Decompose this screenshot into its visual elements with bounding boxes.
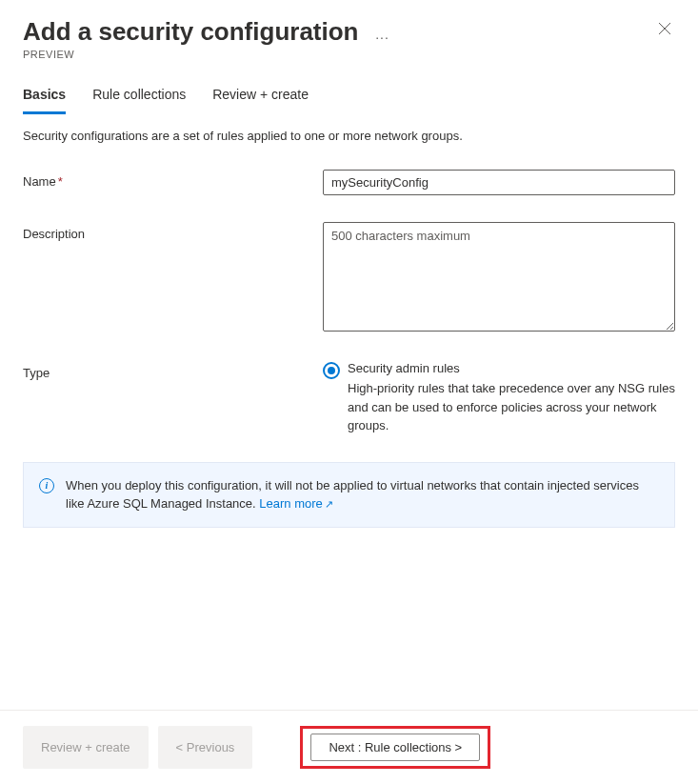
tab-review-create[interactable]: Review + create bbox=[212, 87, 309, 114]
name-input[interactable] bbox=[323, 170, 675, 195]
next-button[interactable]: Next : Rule collections > bbox=[310, 734, 480, 761]
info-icon: i bbox=[39, 478, 54, 493]
tab-basics[interactable]: Basics bbox=[23, 87, 66, 114]
page-title: Add a security configuration bbox=[23, 17, 359, 47]
more-icon[interactable]: ··· bbox=[375, 30, 389, 45]
required-asterisk: * bbox=[58, 174, 63, 189]
type-radio-label: Security admin rules bbox=[348, 361, 675, 375]
preview-badge: PREVIEW bbox=[23, 49, 654, 60]
info-text: When you deploy this configuration, it w… bbox=[66, 476, 659, 513]
previous-button[interactable]: < Previous bbox=[158, 726, 253, 769]
close-icon[interactable] bbox=[654, 17, 675, 42]
external-link-icon: ↗ bbox=[325, 498, 333, 510]
tab-rule-collections[interactable]: Rule collections bbox=[92, 87, 186, 114]
description-textarea[interactable] bbox=[323, 222, 675, 332]
description-label: Description bbox=[23, 222, 323, 241]
intro-text: Security configurations are a set of rul… bbox=[0, 115, 698, 143]
review-create-button[interactable]: Review + create bbox=[23, 726, 149, 769]
type-radio-description: High-priority rules that take precedence… bbox=[348, 379, 675, 435]
next-button-highlight: Next : Rule collections > bbox=[300, 726, 490, 769]
type-radio-security-admin[interactable] bbox=[323, 362, 340, 379]
learn-more-link[interactable]: Learn more↗ bbox=[259, 496, 332, 511]
name-label: Name* bbox=[23, 170, 323, 189]
tabs: Basics Rule collections Review + create bbox=[0, 60, 698, 115]
footer: Review + create < Previous Next : Rule c… bbox=[0, 710, 698, 784]
info-box: i When you deploy this configuration, it… bbox=[23, 462, 675, 528]
type-label: Type bbox=[23, 361, 323, 380]
